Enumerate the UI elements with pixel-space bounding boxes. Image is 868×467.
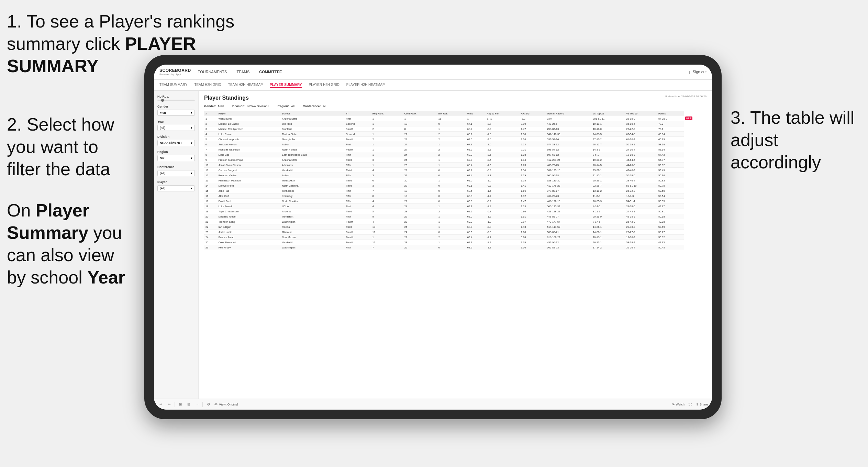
nav-items: TOURNAMENTS TEAMS COMMITTEE <box>198 68 689 76</box>
share-btn[interactable]: ⬆ Share <box>696 403 708 406</box>
table-cell: 10 <box>204 163 217 168</box>
table-cell: 6 <box>204 142 217 147</box>
table-cell: 1 <box>371 121 403 126</box>
table-cell: 63-54-6 <box>625 132 657 137</box>
table-cell: 500-135-33 <box>546 204 591 209</box>
table-cell: Phichaksn Maichon <box>217 178 281 183</box>
step1-text: 1. To see a Player's rankings summary cl… <box>7 11 234 54</box>
table-cell: 69.4 <box>466 235 486 240</box>
table-cell: 21 <box>204 219 217 224</box>
table-cell: 381-61-11 <box>591 116 625 121</box>
table-cell: Preston Summerhays <box>217 157 281 163</box>
table-cell: Florida <box>280 224 344 230</box>
table-cell: 1 <box>371 132 403 137</box>
nav-committee[interactable]: COMMITTEE <box>259 68 282 76</box>
subnav-player-h2h-grid[interactable]: PLAYER H2H GRID <box>309 82 340 88</box>
table-cell: 4 <box>371 204 403 209</box>
table-cell: 9 <box>204 157 217 163</box>
table-cell: 20-14-5 <box>591 163 625 168</box>
division-dropdown[interactable]: NCAA Division I ▾ <box>157 140 195 146</box>
data-panel: Player Standings Update time: 27/03/2024… <box>199 91 712 399</box>
table-row: 21Taehoon SongWashingtonFourth423169.2-1… <box>204 219 706 224</box>
subnav-team-h2h-heatmap[interactable]: TEAM H2H HEATMAP <box>228 82 263 88</box>
table-cell: 56.77 <box>657 157 684 163</box>
table-cell: 14 <box>204 183 217 188</box>
table-row: 9Preston SummerhaysArizona StateThird324… <box>204 157 706 163</box>
nav-separator: | <box>689 70 690 74</box>
table-cell: 8-6-1 <box>591 152 625 157</box>
table-cell: Third <box>345 157 371 163</box>
table-cell: 11 <box>371 230 403 235</box>
expand-btn[interactable]: ⛶ <box>689 403 692 406</box>
toolbar-view: 👁 View: Original <box>214 403 238 406</box>
toolbar-redo[interactable]: ↪ <box>166 402 172 407</box>
toolbar-copy[interactable]: ⊞ <box>178 402 183 407</box>
share-label: Share <box>700 403 708 406</box>
table-cell: 24 <box>403 230 437 235</box>
region-dropdown[interactable]: N/k ▾ <box>157 155 195 161</box>
toolbar-more[interactable]: ··· <box>194 402 200 407</box>
table-cell: 3.10 <box>520 121 546 126</box>
gender-dropdown[interactable]: Men ▾ <box>157 110 195 116</box>
table-cell: Fifth <box>345 199 371 204</box>
table-cell: Luke Powell <box>217 204 281 209</box>
table-cell: 1 <box>371 142 403 147</box>
subnav-team-h2h-grid[interactable]: TEAM H2H GRID <box>194 82 221 88</box>
table-cell: 23 <box>204 230 217 235</box>
nav-right: | Sign out <box>689 68 706 76</box>
table-cell: 22-22-0 <box>625 126 657 132</box>
year-dropdown[interactable]: (All) ▾ <box>157 125 195 131</box>
table-row: 17David FordNorth CarolinaFifth421069.0-… <box>204 199 706 204</box>
sign-out-link[interactable]: Sign out <box>693 68 706 76</box>
table-cell: North Florida <box>280 147 344 152</box>
nav-tournaments[interactable]: TOURNAMENTS <box>198 68 227 76</box>
table-cell: 387-133-16 <box>546 168 591 173</box>
subnav-player-summary[interactable]: PLAYER SUMMARY <box>270 82 302 88</box>
table-cell: 68.3 <box>466 152 486 157</box>
share-icon: ⬆ <box>696 403 699 406</box>
table-cell: 28-15-0 <box>625 116 657 121</box>
sub-nav: TEAM SUMMARY TEAM H2H GRID TEAM H2H HEAT… <box>154 80 712 91</box>
main-content: No Rds. Gender Men ▾ Year <box>154 91 712 399</box>
toolbar-undo[interactable]: ↩ <box>158 402 164 407</box>
standings-table: # Player School Yr Reg Rank Conf Rank No… <box>204 111 706 250</box>
subnav-team-summary[interactable]: TEAM SUMMARY <box>159 82 188 88</box>
table-cell: Second <box>345 132 371 137</box>
watch-btn[interactable]: 👁 Watch <box>672 403 685 406</box>
col-no-rds: No. Rds. <box>437 111 466 116</box>
update-time-label: Update time: <box>665 95 680 98</box>
table-cell: 7 <box>371 188 403 193</box>
toolbar-clock[interactable]: ⏱ <box>205 402 212 407</box>
table-cell: 25 <box>403 245 437 250</box>
filter-conference-value: All <box>323 104 326 108</box>
table-cell: Florida State <box>280 132 344 137</box>
table-cell: 68.0 <box>466 214 486 219</box>
no-rds-slider[interactable] <box>157 100 195 101</box>
table-cell: 15 <box>437 116 466 121</box>
table-cell: Auburn <box>280 142 344 147</box>
table-cell: 21 <box>403 137 437 142</box>
table-cell: Fourth <box>345 235 371 240</box>
table-cell: 1 <box>437 157 466 163</box>
nav-teams[interactable]: TEAMS <box>236 68 249 76</box>
table-cell: 27 <box>403 142 437 147</box>
table-cell: First <box>345 116 371 121</box>
table-cell: Fifth <box>345 245 371 250</box>
update-date: 27/03/2024 16:56:26 <box>681 95 706 98</box>
toolbar-paste[interactable]: ⊟ <box>186 402 191 407</box>
table-cell: Jacob Skov Olesen <box>217 163 281 168</box>
table-cell: 68.5 <box>466 188 486 193</box>
table-cell: Fourth <box>345 230 371 235</box>
table-cell: -2.3 <box>486 230 520 235</box>
expand-icon: ⛶ <box>689 403 692 406</box>
table-cell: 58.18 <box>657 142 684 147</box>
subnav-player-h2h-heatmap[interactable]: PLAYER H2H HEATMAP <box>346 82 385 88</box>
table-cell: 50.02 <box>657 235 684 240</box>
table-cell: 68.4 <box>466 163 486 168</box>
table-cell: 50.55 <box>657 188 684 193</box>
player-dropdown[interactable]: (All) ▾ <box>157 185 195 191</box>
table-cell: Fourth <box>345 126 371 132</box>
table-cell: Matthew Riedel <box>217 214 281 219</box>
conference-dropdown[interactable]: (All) ▾ <box>157 170 195 176</box>
table-row: 3Michael ThorbjornsenStanfordFourth28168… <box>204 126 706 132</box>
